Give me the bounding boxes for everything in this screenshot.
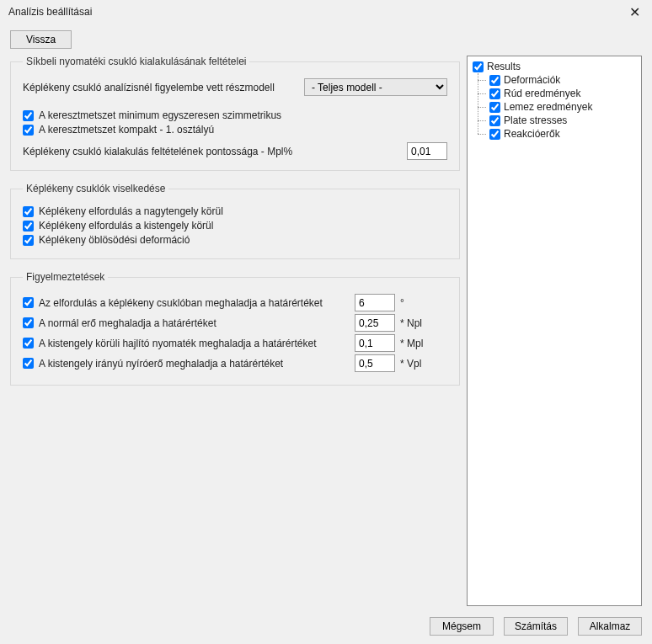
chk-warping-label: Képlékeny öblösödési deformáció bbox=[39, 234, 190, 246]
precision-label: Képlékeny csukló kialakulás feltételének… bbox=[23, 146, 292, 157]
warn-shear-input[interactable] bbox=[355, 354, 395, 372]
titlebar: Analízis beállításai ✕ bbox=[0, 0, 652, 24]
tree-item-label: Lemez eredmények bbox=[504, 101, 592, 113]
tree-item-plate-stresses[interactable]: Plate stresses bbox=[486, 114, 636, 127]
warn-normal-unit: * Npl bbox=[400, 317, 422, 329]
warn-shear-label: A kistengely irányú nyíróerő meghaladja … bbox=[39, 358, 283, 370]
chk-bar-results[interactable] bbox=[489, 88, 500, 99]
chk-rot-major[interactable] bbox=[23, 206, 34, 217]
chk-warn-shear[interactable] bbox=[23, 358, 34, 369]
warn-shear-unit: * Vpl bbox=[400, 358, 421, 370]
warn-rotation-label: Az elfordulás a képlékeny csuklóban megh… bbox=[39, 297, 323, 309]
tree-item-label: Plate stresses bbox=[504, 114, 567, 126]
apply-button[interactable]: Alkalmaz bbox=[578, 617, 642, 636]
warn-rotation-input[interactable] bbox=[355, 294, 395, 311]
chk-rot-major-label: Képlékeny elfordulás a nagytengely körül bbox=[39, 205, 223, 217]
compute-button[interactable]: Számítás bbox=[504, 617, 568, 636]
footer-buttons: Mégsem Számítás Alkalmaz bbox=[430, 617, 642, 636]
chk-compact[interactable] bbox=[23, 125, 34, 136]
chk-plate-stresses[interactable] bbox=[489, 115, 500, 126]
submodel-select[interactable]: - Teljes modell - bbox=[304, 78, 447, 96]
tree-item-plate-results[interactable]: Lemez eredmények bbox=[486, 100, 636, 114]
warn-normal-label: A normál erő meghaladja a határértéket bbox=[39, 317, 216, 329]
window-title: Analízis beállításai bbox=[8, 6, 92, 18]
chk-symmetric-label: A keresztmetszet minimum egyszeresen szi… bbox=[39, 109, 281, 121]
warn-moment-input[interactable] bbox=[355, 334, 395, 352]
tree-item-label: Rúd eredmények bbox=[504, 88, 580, 99]
tree-item-reactions[interactable]: Reakcióerők bbox=[486, 127, 636, 141]
group-hinge-conditions-legend: Síkbeli nyomatéki csukló kialakulásának … bbox=[23, 56, 249, 67]
group-hinge-conditions: Síkbeli nyomatéki csukló kialakulásának … bbox=[10, 56, 460, 171]
chk-deformations[interactable] bbox=[489, 75, 500, 86]
chk-results[interactable] bbox=[473, 61, 484, 72]
chk-warn-normal[interactable] bbox=[23, 317, 34, 328]
group-hinge-behavior-legend: Képlékeny csuklók viselkedése bbox=[23, 183, 168, 194]
warn-rotation-unit: ° bbox=[400, 297, 404, 309]
tree-item-label: Deformációk bbox=[504, 74, 560, 86]
chk-compact-label: A keresztmetszet kompakt - 1. osztályú bbox=[39, 124, 214, 136]
chk-rot-minor[interactable] bbox=[23, 221, 34, 232]
back-button[interactable]: Vissza bbox=[10, 30, 72, 49]
submodel-label: Képlékeny csukló analízisnél figyelembe … bbox=[23, 82, 275, 93]
group-warnings: Figyelmeztetések Az elfordulás a képléke… bbox=[10, 271, 460, 386]
tree-item-deformations[interactable]: Deformációk bbox=[486, 73, 636, 87]
cancel-button[interactable]: Mégsem bbox=[430, 617, 494, 636]
warn-normal-input[interactable] bbox=[355, 314, 395, 332]
chk-warn-rotation[interactable] bbox=[23, 297, 34, 308]
chk-rot-minor-label: Képlékeny elfordulás a kistengely körül bbox=[39, 220, 213, 232]
results-tree: Results Deformációk Rúd eredmények Lemez… bbox=[467, 56, 642, 606]
group-warnings-legend: Figyelmeztetések bbox=[23, 271, 108, 283]
close-icon[interactable]: ✕ bbox=[624, 4, 645, 20]
chk-warn-moment[interactable] bbox=[23, 338, 34, 349]
tree-root-label: Results bbox=[487, 61, 521, 72]
tree-item-label: Reakcióerők bbox=[504, 128, 560, 140]
chk-warping[interactable] bbox=[23, 235, 34, 246]
group-hinge-behavior: Képlékeny csuklók viselkedése Képlékeny … bbox=[10, 183, 460, 259]
tree-item-bar-results[interactable]: Rúd eredmények bbox=[486, 87, 636, 100]
warn-moment-label: A kistengely körüli hajlító nyomaték meg… bbox=[39, 338, 317, 349]
warn-moment-unit: * Mpl bbox=[400, 338, 423, 349]
chk-plate-results[interactable] bbox=[489, 102, 500, 113]
precision-input[interactable] bbox=[407, 142, 447, 160]
chk-reactions[interactable] bbox=[489, 129, 500, 140]
tree-root[interactable]: Results bbox=[473, 60, 636, 73]
chk-symmetric[interactable] bbox=[23, 110, 34, 121]
